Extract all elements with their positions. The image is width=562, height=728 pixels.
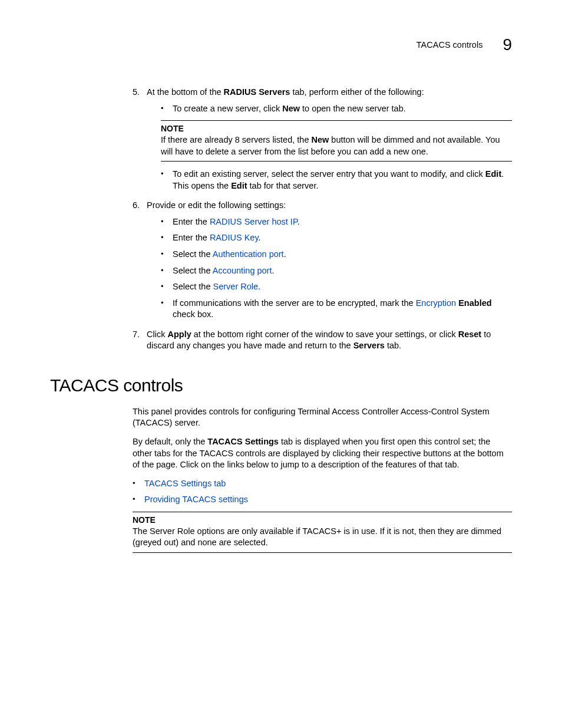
- text: Provide or edit the following settings:: [147, 200, 286, 210]
- text: Select the: [173, 249, 213, 259]
- step-number: 5.: [133, 87, 147, 196]
- text: tab for that server.: [247, 181, 319, 190]
- text: .: [259, 233, 261, 242]
- paragraph: This panel provides controls for configu…: [133, 406, 512, 429]
- bold-text: New: [282, 104, 300, 113]
- bullet-icon: •: [161, 169, 173, 192]
- bullet-item: • Select the Server Role.: [161, 281, 512, 293]
- text: at the bottom right corner of the window…: [191, 330, 458, 339]
- bullet-item: • Providing TACACS settings: [133, 494, 512, 506]
- page-header: TACACS controls 9: [50, 35, 512, 54]
- bullet-item: • Select the Authentication port.: [161, 249, 512, 261]
- step-6: 6. Provide or edit the following setting…: [133, 200, 512, 325]
- step-number: 7.: [133, 329, 147, 352]
- bullet-icon: •: [161, 216, 173, 228]
- link-radius-key[interactable]: RADIUS Key: [210, 233, 259, 242]
- bold-text: New: [312, 135, 329, 144]
- bold-text: RADIUS Servers: [224, 87, 290, 97]
- section-title: TACACS controls: [50, 375, 512, 396]
- step-body: Click Apply at the bottom right corner o…: [147, 329, 512, 352]
- bullet-icon: •: [133, 478, 144, 490]
- header-title: TACACS controls: [416, 40, 483, 50]
- link-encryption[interactable]: Encryption: [416, 298, 457, 308]
- text: If there are already 8 servers listed, t…: [161, 135, 312, 144]
- bullet-item: • Enter the RADIUS Key.: [161, 232, 512, 244]
- text: To edit an existing server, select the s…: [173, 169, 485, 179]
- bold-text: Apply: [167, 330, 191, 339]
- text: .: [297, 217, 300, 226]
- text: check box.: [173, 309, 213, 319]
- text: tab, perform either of the following:: [290, 87, 424, 97]
- bullet-item: • Enter the RADIUS Server host IP.: [161, 216, 512, 228]
- bullet-icon: •: [161, 281, 173, 293]
- bullet-item: • To create a new server, click New to o…: [161, 103, 512, 115]
- text: Enter the: [173, 233, 210, 242]
- paragraph: By default, only the TACACS Settings tab…: [133, 436, 512, 471]
- text: Select the: [173, 266, 213, 275]
- chapter-number: 9: [503, 35, 512, 54]
- step-5: 5. At the bottom of the RADIUS Servers t…: [133, 87, 512, 196]
- bold-text: Edit: [485, 169, 501, 179]
- note-label: NOTE: [133, 515, 512, 526]
- step-body: At the bottom of the RADIUS Servers tab,…: [147, 87, 512, 196]
- link-radius-host-ip[interactable]: RADIUS Server host IP: [210, 217, 297, 226]
- link-tacacs-settings-tab[interactable]: TACACS Settings tab: [144, 479, 226, 488]
- note-box: NOTE If there are already 8 servers list…: [161, 120, 512, 162]
- bullet-item: • To edit an existing server, select the…: [161, 169, 512, 192]
- text: .: [284, 249, 286, 259]
- bold-text: Edit: [231, 181, 247, 190]
- bullet-icon: •: [161, 265, 173, 277]
- bold-text: TACACS Settings: [207, 437, 279, 446]
- bold-text: Servers: [353, 341, 385, 350]
- text: To create a new server, click: [173, 104, 282, 113]
- text: tab.: [385, 341, 401, 350]
- text: .: [258, 282, 260, 291]
- link-auth-port[interactable]: Authentication port: [213, 249, 284, 259]
- text: to open the new server tab.: [300, 104, 406, 113]
- bullet-icon: •: [133, 494, 144, 506]
- text: If communications with the server are to…: [173, 298, 416, 308]
- bold-text: Enabled: [456, 298, 491, 308]
- link-accounting-port[interactable]: Accounting port: [213, 266, 272, 275]
- link-server-role[interactable]: Server Role: [213, 282, 259, 291]
- text: Click: [147, 330, 167, 339]
- step-number: 6.: [133, 200, 147, 325]
- text: At the bottom of the: [147, 87, 224, 97]
- text: Select the: [173, 282, 213, 291]
- note-box: NOTE The Server Role options are only av…: [133, 512, 512, 553]
- step-body: Provide or edit the following settings: …: [147, 200, 512, 325]
- text: .: [272, 266, 274, 275]
- bullet-item: • Select the Accounting port.: [161, 265, 512, 277]
- bullet-item: • If communications with the server are …: [161, 298, 512, 321]
- step-7: 7. Click Apply at the bottom right corne…: [133, 329, 512, 352]
- bold-text: Reset: [458, 330, 482, 339]
- bullet-icon: •: [161, 103, 173, 115]
- note-text: The Server Role options are only availab…: [133, 526, 512, 549]
- text: By default, only the: [133, 437, 207, 446]
- link-providing-tacacs-settings[interactable]: Providing TACACS settings: [144, 495, 248, 504]
- bullet-icon: •: [161, 249, 173, 261]
- note-text: If there are already 8 servers listed, t…: [161, 134, 512, 157]
- bullet-icon: •: [161, 232, 173, 244]
- bullet-icon: •: [161, 298, 173, 321]
- text: Enter the: [173, 217, 210, 226]
- bullet-item: • TACACS Settings tab: [133, 478, 512, 490]
- note-label: NOTE: [161, 123, 512, 134]
